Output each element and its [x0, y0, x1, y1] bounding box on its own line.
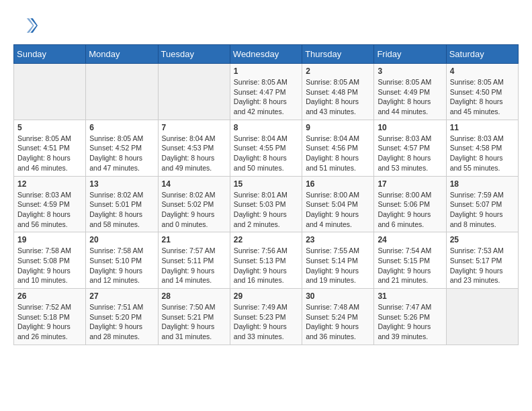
day-number: 23 — [306, 235, 370, 244]
day-number: 3 — [378, 66, 442, 76]
day-number: 28 — [162, 291, 226, 301]
day-info: Sunrise: 8:05 AM Sunset: 4:51 PM Dayligh… — [17, 134, 82, 173]
calendar-cell: 6Sunrise: 8:05 AM Sunset: 4:52 PM Daylig… — [86, 120, 158, 176]
day-number: 20 — [89, 235, 154, 244]
calendar-cell: 25Sunrise: 7:53 AM Sunset: 5:17 PM Dayli… — [446, 232, 518, 289]
day-number: 16 — [306, 179, 370, 189]
day-info: Sunrise: 7:55 AM Sunset: 5:14 PM Dayligh… — [306, 246, 370, 285]
day-number: 1 — [234, 66, 298, 76]
calendar-cell: 31Sunrise: 7:47 AM Sunset: 5:26 PM Dayli… — [374, 289, 446, 345]
calendar-cell: 29Sunrise: 7:49 AM Sunset: 5:23 PM Dayli… — [230, 289, 302, 345]
day-number: 15 — [234, 179, 298, 189]
logo — [13, 13, 40, 38]
calendar-week-5: 26Sunrise: 7:52 AM Sunset: 5:18 PM Dayli… — [14, 289, 519, 345]
calendar-cell: 22Sunrise: 7:56 AM Sunset: 5:13 PM Dayli… — [230, 232, 302, 289]
day-info: Sunrise: 7:48 AM Sunset: 5:24 PM Dayligh… — [306, 302, 370, 342]
calendar-week-3: 12Sunrise: 8:03 AM Sunset: 4:59 PM Dayli… — [14, 176, 519, 232]
calendar-cell: 1Sunrise: 8:05 AM Sunset: 4:47 PM Daylig… — [230, 64, 302, 120]
column-header-thursday: Thursday — [302, 45, 374, 64]
day-info: Sunrise: 8:00 AM Sunset: 5:04 PM Dayligh… — [306, 190, 370, 230]
calendar-cell: 9Sunrise: 8:04 AM Sunset: 4:56 PM Daylig… — [302, 120, 374, 176]
calendar-cell: 17Sunrise: 8:00 AM Sunset: 5:06 PM Dayli… — [374, 176, 446, 232]
calendar-cell: 13Sunrise: 8:02 AM Sunset: 5:01 PM Dayli… — [86, 176, 158, 232]
day-number: 27 — [89, 291, 154, 301]
day-info: Sunrise: 7:49 AM Sunset: 5:23 PM Dayligh… — [234, 302, 298, 342]
day-number: 26 — [17, 291, 82, 301]
day-info: Sunrise: 7:57 AM Sunset: 5:11 PM Dayligh… — [162, 246, 226, 285]
day-number: 18 — [450, 179, 515, 189]
day-info: Sunrise: 8:04 AM Sunset: 4:55 PM Dayligh… — [234, 134, 298, 173]
day-info: Sunrise: 7:52 AM Sunset: 5:18 PM Dayligh… — [17, 302, 82, 342]
day-info: Sunrise: 8:05 AM Sunset: 4:48 PM Dayligh… — [306, 77, 370, 117]
calendar-cell: 26Sunrise: 7:52 AM Sunset: 5:18 PM Dayli… — [14, 289, 86, 345]
calendar-cell: 24Sunrise: 7:54 AM Sunset: 5:15 PM Dayli… — [374, 232, 446, 289]
calendar-table: SundayMondayTuesdayWednesdayThursdayFrid… — [13, 44, 519, 345]
day-info: Sunrise: 7:58 AM Sunset: 5:08 PM Dayligh… — [17, 246, 82, 285]
column-header-sunday: Sunday — [14, 45, 86, 64]
day-info: Sunrise: 7:59 AM Sunset: 5:07 PM Dayligh… — [450, 190, 515, 230]
column-header-wednesday: Wednesday — [230, 45, 302, 64]
day-info: Sunrise: 7:56 AM Sunset: 5:13 PM Dayligh… — [234, 246, 298, 285]
calendar-week-2: 5Sunrise: 8:05 AM Sunset: 4:51 PM Daylig… — [14, 120, 519, 176]
calendar-cell: 18Sunrise: 7:59 AM Sunset: 5:07 PM Dayli… — [446, 176, 518, 232]
day-number: 11 — [450, 123, 515, 132]
column-header-monday: Monday — [86, 45, 158, 64]
day-number: 19 — [17, 235, 82, 244]
day-info: Sunrise: 8:03 AM Sunset: 4:59 PM Dayligh… — [17, 190, 82, 230]
day-number: 8 — [234, 123, 298, 132]
calendar-cell — [86, 64, 158, 120]
day-number: 6 — [89, 123, 154, 132]
day-number: 4 — [450, 66, 515, 76]
day-number: 5 — [17, 123, 82, 132]
day-info: Sunrise: 8:05 AM Sunset: 4:50 PM Dayligh… — [450, 77, 515, 117]
day-number: 14 — [162, 179, 226, 189]
logo-icon — [13, 13, 38, 38]
calendar-week-1: 1Sunrise: 8:05 AM Sunset: 4:47 PM Daylig… — [14, 64, 519, 120]
day-info: Sunrise: 8:02 AM Sunset: 5:02 PM Dayligh… — [162, 190, 226, 230]
day-info: Sunrise: 8:03 AM Sunset: 4:57 PM Dayligh… — [378, 134, 442, 173]
column-header-friday: Friday — [374, 45, 446, 64]
day-info: Sunrise: 8:01 AM Sunset: 5:03 PM Dayligh… — [234, 190, 298, 230]
day-number: 13 — [89, 179, 154, 189]
column-header-tuesday: Tuesday — [158, 45, 230, 64]
calendar-cell: 2Sunrise: 8:05 AM Sunset: 4:48 PM Daylig… — [302, 64, 374, 120]
day-info: Sunrise: 8:05 AM Sunset: 4:52 PM Dayligh… — [89, 134, 154, 173]
day-info: Sunrise: 7:58 AM Sunset: 5:10 PM Dayligh… — [89, 246, 154, 285]
calendar-cell: 11Sunrise: 8:03 AM Sunset: 4:58 PM Dayli… — [446, 120, 518, 176]
day-number: 25 — [450, 235, 515, 244]
calendar-cell: 4Sunrise: 8:05 AM Sunset: 4:50 PM Daylig… — [446, 64, 518, 120]
calendar-cell: 30Sunrise: 7:48 AM Sunset: 5:24 PM Dayli… — [302, 289, 374, 345]
day-info: Sunrise: 8:00 AM Sunset: 5:06 PM Dayligh… — [378, 190, 442, 230]
calendar-cell: 21Sunrise: 7:57 AM Sunset: 5:11 PM Dayli… — [158, 232, 230, 289]
calendar-cell: 28Sunrise: 7:50 AM Sunset: 5:21 PM Dayli… — [158, 289, 230, 345]
calendar-cell: 15Sunrise: 8:01 AM Sunset: 5:03 PM Dayli… — [230, 176, 302, 232]
day-number: 7 — [162, 123, 226, 132]
calendar-cell: 20Sunrise: 7:58 AM Sunset: 5:10 PM Dayli… — [86, 232, 158, 289]
calendar-cell: 12Sunrise: 8:03 AM Sunset: 4:59 PM Dayli… — [14, 176, 86, 232]
day-number: 30 — [306, 291, 370, 301]
calendar-cell: 10Sunrise: 8:03 AM Sunset: 4:57 PM Dayli… — [374, 120, 446, 176]
calendar-cell: 3Sunrise: 8:05 AM Sunset: 4:49 PM Daylig… — [374, 64, 446, 120]
day-number: 31 — [378, 291, 442, 301]
day-info: Sunrise: 8:02 AM Sunset: 5:01 PM Dayligh… — [89, 190, 154, 230]
calendar-cell — [446, 289, 518, 345]
calendar-cell: 14Sunrise: 8:02 AM Sunset: 5:02 PM Dayli… — [158, 176, 230, 232]
calendar-week-4: 19Sunrise: 7:58 AM Sunset: 5:08 PM Dayli… — [14, 232, 519, 289]
day-info: Sunrise: 8:05 AM Sunset: 4:47 PM Dayligh… — [234, 77, 298, 117]
day-number: 21 — [162, 235, 226, 244]
calendar-cell: 27Sunrise: 7:51 AM Sunset: 5:20 PM Dayli… — [86, 289, 158, 345]
day-info: Sunrise: 8:05 AM Sunset: 4:49 PM Dayligh… — [378, 77, 442, 117]
day-info: Sunrise: 7:51 AM Sunset: 5:20 PM Dayligh… — [89, 302, 154, 342]
day-info: Sunrise: 8:04 AM Sunset: 4:56 PM Dayligh… — [306, 134, 370, 173]
calendar-cell: 8Sunrise: 8:04 AM Sunset: 4:55 PM Daylig… — [230, 120, 302, 176]
calendar-cell: 7Sunrise: 8:04 AM Sunset: 4:53 PM Daylig… — [158, 120, 230, 176]
calendar-header-row: SundayMondayTuesdayWednesdayThursdayFrid… — [14, 45, 519, 64]
calendar-cell: 19Sunrise: 7:58 AM Sunset: 5:08 PM Dayli… — [14, 232, 86, 289]
day-info: Sunrise: 7:47 AM Sunset: 5:26 PM Dayligh… — [378, 302, 442, 342]
header — [13, 13, 519, 38]
calendar-cell — [158, 64, 230, 120]
calendar-cell: 5Sunrise: 8:05 AM Sunset: 4:51 PM Daylig… — [14, 120, 86, 176]
day-info: Sunrise: 7:50 AM Sunset: 5:21 PM Dayligh… — [162, 302, 226, 342]
calendar-cell — [14, 64, 86, 120]
calendar-cell: 16Sunrise: 8:00 AM Sunset: 5:04 PM Dayli… — [302, 176, 374, 232]
